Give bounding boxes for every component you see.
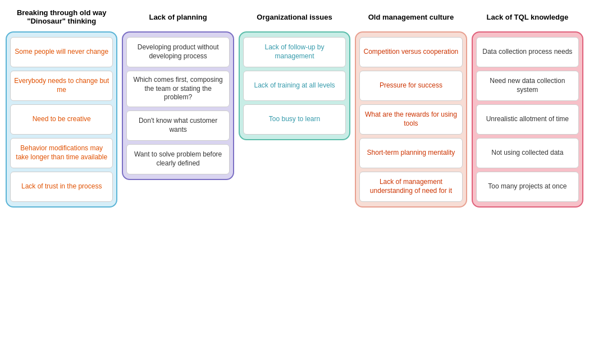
card-3-2[interactable]: Lack of training at all levels [243,71,346,101]
column-header-1: Breaking through old way "Dinosaur" thin… [6,6,117,28]
card-4-2[interactable]: Pressure for success [359,71,462,101]
column-body-5: Data collection process needsNeed new da… [472,31,583,208]
column-header-2: Lack of planning [147,6,209,28]
card-1-4[interactable]: Behavior modifications may take longer t… [10,138,113,168]
card-5-4[interactable]: Not using collected data [476,138,579,168]
card-1-5[interactable]: Lack of trust in the process [10,172,113,202]
column-5: Lack of TQL knowledgeData collection pro… [472,6,583,208]
card-4-1[interactable]: Competition versus cooperation [359,37,462,67]
column-body-1: Some people will never changeEverybody n… [6,31,117,208]
card-2-2[interactable]: Which comes first, composing the team or… [126,71,229,107]
card-5-5[interactable]: Too many projects at once [476,172,579,202]
card-3-1[interactable]: Lack of follow-up by management [243,37,346,67]
column-header-4: Old management culture [366,6,456,28]
card-2-1[interactable]: Developing product without developing pr… [126,37,229,67]
card-5-2[interactable]: Need new data collection system [476,71,579,101]
board: Breaking through old way "Dinosaur" thin… [6,6,583,208]
card-5-1[interactable]: Data collection process needs [476,37,579,67]
column-header-3: Organizational issues [254,6,334,28]
card-2-4[interactable]: Want to solve problem before clearly def… [126,144,229,174]
card-5-3[interactable]: Unrealistic allotment of time [476,104,579,135]
card-4-3[interactable]: What are the rewards for using tools [359,104,462,135]
card-4-5[interactable]: Lack of management understanding of need… [359,172,462,202]
card-1-2[interactable]: Everybody needs to change but me [10,71,113,101]
column-3: Organizational issuesLack of follow-up b… [239,6,350,140]
column-2: Lack of planningDeveloping product witho… [122,6,234,180]
column-header-5: Lack of TQL knowledge [484,6,570,28]
card-3-3[interactable]: Too busy to learn [243,104,346,135]
card-1-3[interactable]: Need to be creative [10,104,113,135]
column-body-3: Lack of follow-up by managementLack of t… [239,31,350,140]
column-1: Breaking through old way "Dinosaur" thin… [6,6,117,208]
column-body-2: Developing product without developing pr… [122,31,234,180]
card-2-3[interactable]: Don't know what customer wants [126,110,229,141]
column-body-4: Competition versus cooperationPressure f… [355,31,467,208]
card-1-1[interactable]: Some people will never change [10,37,113,67]
column-4: Old management cultureCompetition versus… [355,6,467,208]
card-4-4[interactable]: Short-term planning mentality [359,138,462,168]
